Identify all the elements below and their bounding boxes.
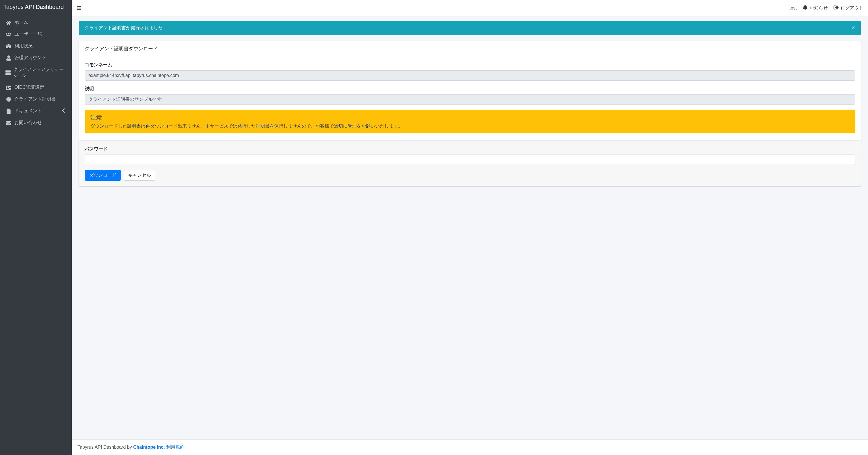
sidebar-item-contact[interactable]: お問い合わせ bbox=[2, 117, 69, 129]
sidebar-item-label: OIDC認証設定 bbox=[14, 84, 44, 90]
sidebar-item-label: ドキュメント bbox=[14, 108, 42, 114]
user-icon bbox=[5, 55, 12, 61]
topbar: test お知らせ ログアウト bbox=[72, 0, 868, 17]
sidebar-item-label: 利用状況 bbox=[14, 43, 33, 49]
logout-label: ログアウト bbox=[840, 5, 863, 11]
brand-title[interactable]: Tapyrus API Dashboard bbox=[0, 0, 72, 15]
sign-out-icon bbox=[834, 5, 839, 11]
bell-icon bbox=[803, 5, 808, 11]
home-icon bbox=[5, 20, 12, 25]
sidebar-item-client-app[interactable]: クライアントアプリケーション bbox=[2, 64, 69, 82]
success-alert: クライアント証明書が発行されました × bbox=[79, 21, 861, 35]
sidebar-item-label: ユーザー一覧 bbox=[14, 31, 42, 37]
description-label: 説明 bbox=[85, 86, 855, 92]
sidebar-item-label: ホーム bbox=[14, 20, 28, 26]
password-input[interactable] bbox=[85, 154, 855, 165]
sidebar-item-label: クライアント証明書 bbox=[14, 96, 56, 102]
users-icon bbox=[5, 32, 12, 37]
menu-toggle-button[interactable] bbox=[76, 5, 82, 11]
common-name-label: コモンネーム bbox=[85, 62, 855, 68]
footer: Tapyrus API Dashboard by Chaintope Inc. … bbox=[72, 439, 868, 455]
description-field bbox=[85, 94, 855, 105]
chevron-left-icon bbox=[61, 108, 66, 114]
card-title: クライアント証明書ダウンロード bbox=[79, 41, 861, 56]
warning-title: 注意 bbox=[90, 114, 849, 121]
warning-alert: 注意 ダウンロードした証明書は再ダウンロード出来ません。本サービスでは発行した証… bbox=[85, 110, 855, 133]
sidebar-item-label: 管理アカウント bbox=[14, 55, 46, 61]
news-label: お知らせ bbox=[809, 5, 828, 11]
sidebar-item-client-cert[interactable]: クライアント証明書 bbox=[2, 93, 69, 105]
tachometer-icon bbox=[5, 44, 12, 49]
sidebar-item-usage[interactable]: 利用状況 bbox=[2, 40, 69, 52]
th-large-icon bbox=[5, 70, 11, 75]
download-button[interactable]: ダウンロード bbox=[85, 170, 121, 181]
sidebar-item-home[interactable]: ホーム bbox=[2, 17, 69, 28]
file-icon bbox=[5, 109, 12, 114]
sidebar: Tapyrus API Dashboard ホーム ユーザー一覧 利用状況 管理… bbox=[0, 0, 72, 455]
id-card-icon bbox=[5, 85, 12, 90]
envelope-icon bbox=[5, 120, 12, 125]
sidebar-item-users[interactable]: ユーザー一覧 bbox=[2, 28, 69, 40]
cancel-button[interactable]: キャンセル bbox=[124, 170, 155, 181]
password-label: パスワード bbox=[85, 146, 855, 152]
sidebar-item-label: クライアントアプリケーション bbox=[13, 67, 67, 79]
alert-message: クライアント証明書が発行されました bbox=[85, 25, 163, 31]
certificate-icon bbox=[5, 97, 12, 102]
alert-close-button[interactable]: × bbox=[851, 25, 855, 31]
user-name-link[interactable]: test bbox=[789, 5, 797, 11]
news-link[interactable]: お知らせ bbox=[803, 5, 828, 11]
footer-prefix: Tapyrus API Dashboard by bbox=[78, 445, 133, 450]
footer-company-link[interactable]: Chaintope Inc. bbox=[133, 445, 165, 450]
sidebar-item-docs[interactable]: ドキュメント bbox=[2, 105, 69, 117]
sidebar-item-admin[interactable]: 管理アカウント bbox=[2, 52, 69, 64]
warning-body: ダウンロードした証明書は再ダウンロード出来ません。本サービスでは発行した証明書を… bbox=[90, 123, 849, 129]
sidebar-item-oidc[interactable]: OIDC認証設定 bbox=[2, 82, 69, 93]
download-card: クライアント証明書ダウンロード コモンネーム 説明 注意 ダウンロードした証明書… bbox=[79, 41, 861, 187]
sidebar-item-label: お問い合わせ bbox=[14, 120, 42, 126]
footer-terms-link[interactable]: 利用規約 bbox=[166, 445, 185, 450]
logout-link[interactable]: ログアウト bbox=[834, 5, 863, 11]
common-name-field bbox=[85, 70, 855, 81]
